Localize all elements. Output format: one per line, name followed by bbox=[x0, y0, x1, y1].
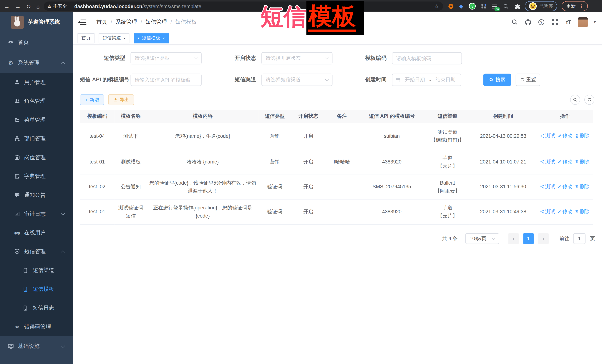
breadcrumb-current: 短信模板 bbox=[175, 19, 197, 25]
extension-list-icon[interactable]: on bbox=[492, 4, 497, 9]
sidebar-item-online-users[interactable]: ((A)) 在线用户 bbox=[0, 223, 73, 242]
sidebar-item-sms-channel[interactable]: 短信渠道 bbox=[0, 261, 73, 280]
template-code-input-wrap bbox=[392, 52, 462, 64]
avatar-caret-icon[interactable]: ▾ bbox=[594, 20, 596, 25]
api-template-id-input[interactable] bbox=[135, 77, 197, 83]
sidebar-item-sms[interactable]: 短信管理 bbox=[0, 242, 73, 261]
prev-page-button[interactable]: ‹ bbox=[508, 233, 519, 244]
sidebar-item-sms-template[interactable]: 短信模板 bbox=[0, 280, 73, 299]
cell-content: 老鸡{name}，牛逼{code} bbox=[147, 123, 258, 150]
cell-status: 开启 bbox=[291, 199, 325, 224]
extension-gem-icon[interactable]: ◆ bbox=[459, 3, 463, 9]
goto-page-input[interactable] bbox=[573, 233, 586, 244]
font-size-icon[interactable]: tT bbox=[565, 19, 572, 25]
test-link[interactable]: 测试 bbox=[540, 183, 555, 191]
sidebar-item-dict[interactable]: 字典管理 bbox=[0, 167, 73, 186]
edit-link[interactable]: 修改 bbox=[558, 183, 572, 191]
create-time-range-picker[interactable]: 开始日期 - 结束日期 bbox=[392, 74, 461, 86]
delete-link[interactable]: 删除 bbox=[575, 183, 590, 191]
help-icon[interactable]: ? bbox=[538, 19, 545, 25]
delete-link[interactable]: 删除 bbox=[575, 132, 590, 140]
next-page-button[interactable]: › bbox=[538, 233, 549, 244]
tab-home[interactable]: 首页 bbox=[78, 33, 95, 43]
test-link[interactable]: 测试 bbox=[540, 132, 555, 140]
browser-menu-icon[interactable]: ⋮ bbox=[579, 3, 584, 9]
sidebar-item-users[interactable]: 用户管理 bbox=[0, 73, 73, 92]
table-row: test-01 测试模板 哈哈哈 {name} 营销 开启 f哈哈哈 43839… bbox=[80, 150, 593, 175]
sidebar-item-label: 短信渠道 bbox=[32, 267, 54, 274]
delete-link[interactable]: 删除 bbox=[575, 158, 590, 166]
search-icon bbox=[489, 78, 494, 82]
status-select[interactable]: 请选择开启状态 bbox=[261, 52, 333, 64]
sidebar-logo[interactable]: 芋道管理系统 bbox=[0, 12, 73, 32]
search-button[interactable]: 搜索 bbox=[484, 74, 511, 86]
bookmark-star-icon[interactable]: ☆ bbox=[434, 3, 439, 9]
extension-magnifier-icon[interactable] bbox=[503, 3, 509, 9]
breadcrumb-home[interactable]: 首页 bbox=[96, 19, 107, 25]
sidebar-item-departments[interactable]: 部门管理 bbox=[0, 129, 73, 148]
pagination: 共 4 条 10条/页 ‹ 1 › 前往 页 bbox=[80, 233, 595, 244]
breadcrumb-system[interactable]: 系统管理 bbox=[115, 19, 137, 25]
share-icon bbox=[540, 185, 544, 189]
page-size-select[interactable]: 10条/页 bbox=[465, 233, 499, 244]
tab-sms-template[interactable]: ● 短信模板 × bbox=[134, 33, 169, 43]
address-bar[interactable]: ⚠ 不安全 dashboard.yudao.iocoder.cn/system/… bbox=[43, 1, 443, 11]
sidebar-item-notice[interactable]: 通知公告 bbox=[0, 186, 73, 205]
browser-profile-button[interactable]: 已暂停 bbox=[525, 1, 557, 11]
close-icon[interactable]: × bbox=[123, 36, 126, 41]
extension-y-icon[interactable]: y bbox=[469, 3, 476, 10]
sms-type-select[interactable]: 请选择短信类型 bbox=[131, 52, 202, 64]
tab-sms-channel[interactable]: 短信渠道 × bbox=[99, 33, 130, 43]
code-icon: </> bbox=[14, 325, 20, 329]
github-icon[interactable] bbox=[524, 19, 532, 25]
export-button[interactable]: 导出 bbox=[108, 94, 134, 105]
test-link[interactable]: 测试 bbox=[540, 158, 555, 166]
sidebar-item-roles[interactable]: 角色管理 bbox=[0, 92, 73, 111]
extension-ring-icon[interactable] bbox=[448, 4, 453, 9]
table-row: test_02 公告通知 您的验证码{code}，该验证码5分钟内有效，请勿泄漏… bbox=[80, 175, 593, 200]
close-icon[interactable]: × bbox=[162, 36, 165, 41]
gear-icon: ⚙ bbox=[8, 60, 14, 65]
cell-created: 2021-04-13 00:29:53 bbox=[470, 123, 537, 150]
add-button[interactable]: + 新增 bbox=[80, 94, 104, 105]
hide-search-button[interactable] bbox=[570, 95, 580, 105]
breadcrumb-sms[interactable]: 短信管理 bbox=[145, 19, 167, 25]
sidebar-item-label: 角色管理 bbox=[24, 98, 46, 104]
sidebar-item-error-code[interactable]: </> 错误码管理 bbox=[0, 317, 73, 336]
cell-channel: Ballcat【阿里云】 bbox=[425, 175, 470, 200]
user-avatar[interactable] bbox=[578, 17, 588, 27]
browser-forward-icon[interactable]: → bbox=[15, 3, 21, 9]
channel-select[interactable]: 请选择短信渠道 bbox=[261, 74, 333, 86]
extension-grid-icon[interactable]: ◆ bbox=[482, 4, 486, 9]
browser-reload-icon[interactable]: ↻ bbox=[26, 3, 31, 9]
refresh-table-button[interactable] bbox=[584, 95, 594, 105]
phone-icon bbox=[22, 268, 28, 273]
browser-home-icon[interactable]: ⌂ bbox=[36, 3, 40, 9]
delete-link[interactable]: 删除 bbox=[575, 208, 590, 216]
monitor-icon bbox=[8, 343, 14, 349]
browser-back-icon[interactable]: ← bbox=[4, 3, 10, 9]
sidebar-item-infra[interactable]: 基础设施 bbox=[0, 336, 73, 356]
fullscreen-icon[interactable] bbox=[551, 19, 559, 25]
template-code-input[interactable] bbox=[396, 55, 458, 61]
edit-link[interactable]: 修改 bbox=[558, 208, 572, 216]
test-link[interactable]: 测试 bbox=[540, 208, 555, 216]
select-placeholder: 请选择开启状态 bbox=[266, 55, 301, 62]
browser-update-button[interactable]: 更新 ⋮ bbox=[562, 1, 588, 11]
sidebar-item-audit-log[interactable]: 审计日志 bbox=[0, 204, 73, 223]
collapse-sidebar-icon[interactable] bbox=[79, 20, 86, 25]
reset-button[interactable]: 重置 bbox=[516, 74, 540, 86]
sidebar-item-posts[interactable]: 岗位管理 bbox=[0, 148, 73, 167]
extensions-puzzle-icon[interactable] bbox=[515, 3, 520, 9]
share-icon bbox=[540, 160, 544, 164]
edit-link[interactable]: 修改 bbox=[558, 158, 572, 166]
sidebar-item-label: 短信管理 bbox=[24, 248, 46, 255]
update-label: 更新 bbox=[566, 3, 576, 10]
sidebar-item-menus[interactable]: 菜单管理 bbox=[0, 111, 73, 129]
page-1-button[interactable]: 1 bbox=[523, 233, 534, 244]
sidebar-item-system[interactable]: ⚙ 系统管理 bbox=[0, 52, 73, 73]
sidebar-item-sms-log[interactable]: 短信日志 bbox=[0, 299, 73, 317]
header-search-icon[interactable] bbox=[511, 19, 518, 25]
edit-link[interactable]: 修改 bbox=[558, 132, 572, 140]
sidebar-item-home[interactable]: 首页 bbox=[0, 32, 73, 52]
